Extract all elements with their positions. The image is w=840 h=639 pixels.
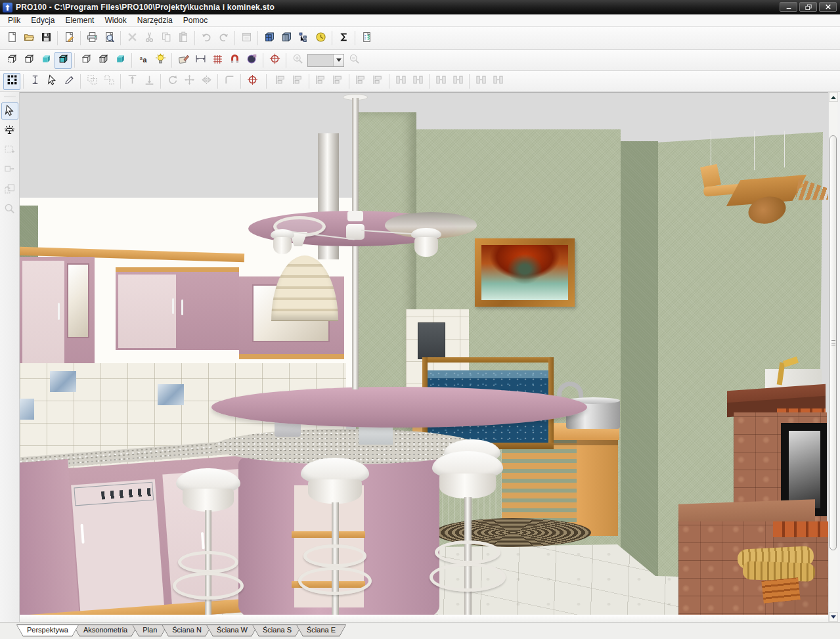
view-draft-button[interactable]: [77, 52, 95, 69]
upper-cabinet-tall[interactable]: [20, 257, 95, 376]
vertical-scrollbar[interactable]: [828, 92, 837, 622]
fireplace[interactable]: [699, 365, 828, 615]
toy-airplane[interactable]: [699, 155, 828, 229]
print-button[interactable]: [83, 30, 100, 47]
menu-widok[interactable]: Widok: [99, 14, 131, 26]
tab-label: Ściana N: [172, 626, 202, 634]
text-labels-button[interactable]: aa: [135, 52, 152, 69]
scroll-up-button[interactable]: [829, 92, 838, 102]
toolbar-separator: [429, 74, 430, 89]
tab-sciana-n[interactable]: Ściana N: [162, 625, 212, 636]
menu-narzedzia[interactable]: Narzędzia: [132, 14, 178, 26]
price-list-button[interactable]: [312, 30, 329, 47]
snap-magnet-button[interactable]: [226, 52, 243, 69]
selection-handles-button[interactable]: [3, 73, 20, 90]
tab-sciana-e[interactable]: Ściana E: [296, 625, 346, 636]
project-properties-button[interactable]: [60, 30, 77, 47]
zoom-combo-arrow[interactable]: [333, 55, 343, 66]
tab-label: Ściana W: [217, 626, 248, 634]
bar-top-oval[interactable]: [211, 387, 587, 428]
scroll-down-button[interactable]: [829, 612, 838, 622]
snap-3d-button[interactable]: [243, 52, 260, 69]
group-button: [83, 73, 100, 90]
menu-bar: PlikEdycjaElementWidokNarzędziaPomoc: [0, 14, 840, 27]
bar-stool[interactable]: [432, 451, 503, 615]
view-skeleton-icon: [7, 53, 18, 67]
new-project-button[interactable]: [3, 30, 20, 47]
zoom-in-button: [289, 52, 306, 69]
view-outline-button[interactable]: [20, 52, 37, 69]
title-bar[interactable]: PRO100 - C:\Program Files\PRO100\Projekt…: [0, 0, 840, 14]
view-draft-edges-button[interactable]: [95, 52, 112, 69]
new-element-tool-icon: [4, 144, 15, 158]
specification-icon: [361, 32, 372, 45]
close-icon: [825, 4, 831, 10]
bar-stool[interactable]: [176, 468, 240, 615]
materials-catalog-button[interactable]: [278, 30, 295, 47]
redo-icon: [218, 32, 229, 45]
deco-tile: [158, 384, 184, 405]
view-textures-button[interactable]: [112, 52, 129, 69]
open-project-button[interactable]: [20, 30, 37, 47]
print-preview-button[interactable]: [100, 30, 118, 47]
rotate-button: [164, 73, 181, 90]
group-icon: [87, 74, 98, 88]
calculation-button[interactable]: [335, 30, 352, 47]
window-title: PRO100 - C:\Program Files\PRO100\Projekt…: [16, 3, 275, 12]
grid-button[interactable]: [209, 52, 226, 69]
view-skeleton-button[interactable]: [3, 52, 20, 69]
mirror-object-icon: [201, 74, 212, 88]
furniture-catalog-button[interactable]: [261, 30, 278, 47]
pro100-window: PRO100 - C:\Program Files\PRO100\Projekt…: [0, 0, 840, 639]
ungroup-button: [100, 73, 118, 90]
tab-sciana-w[interactable]: Ściana W: [206, 625, 258, 636]
scene-vent-panel[interactable]: [418, 322, 445, 359]
toolbar-separator: [80, 74, 81, 89]
toolbar-separator: [309, 74, 309, 89]
print-preview-icon: [104, 32, 115, 45]
toolbar-separator: [194, 31, 195, 45]
fireplace-kindling: [761, 577, 800, 604]
toolbar-separator: [171, 53, 172, 68]
tab-aksonometria[interactable]: Aksonometria: [73, 625, 138, 636]
pointer-edit-button[interactable]: [43, 73, 60, 90]
specification-button[interactable]: [358, 30, 375, 47]
scrollbar-thumb[interactable]: [829, 135, 837, 550]
menu-element[interactable]: Element: [60, 14, 99, 26]
toolbar-standard: [0, 27, 840, 50]
close-button[interactable]: [819, 2, 837, 12]
draw-contour-button[interactable]: [60, 73, 77, 90]
upper-cabinet-mid[interactable]: [116, 267, 239, 350]
material-textures-button[interactable]: [175, 52, 192, 69]
menu-plik[interactable]: Plik: [3, 14, 26, 26]
dimensions-button[interactable]: [192, 52, 209, 69]
distribute-left-icon: [395, 74, 407, 88]
view-colors-button[interactable]: [37, 52, 55, 69]
toolbar-separator: [57, 31, 58, 45]
dimension-tool-button[interactable]: [26, 73, 43, 90]
menu-edycja[interactable]: Edycja: [26, 14, 60, 26]
view-colors-edges-button[interactable]: [55, 52, 72, 69]
restore-button[interactable]: [799, 2, 817, 12]
center-view-button[interactable]: [266, 52, 283, 69]
move-element-tool-button: [1, 162, 18, 179]
tab-perspektywa[interactable]: Perspektywa: [16, 625, 79, 636]
bar-stool[interactable]: [301, 458, 369, 615]
lighting-button[interactable]: [152, 52, 169, 69]
sidebar-grip[interactable]: [4, 96, 16, 97]
target-center-button[interactable]: [244, 73, 261, 90]
viewport-3d[interactable]: [20, 93, 828, 615]
menu-pomoc[interactable]: Pomoc: [178, 14, 213, 26]
project-structure-button[interactable]: [295, 30, 312, 47]
view-tab-bar: PerspektywaAksonometriaPlanŚciana NŚcian…: [0, 622, 840, 639]
light-tool-button[interactable]: [1, 122, 18, 139]
select-tool-button[interactable]: [1, 102, 18, 120]
minimize-button[interactable]: [780, 2, 797, 12]
zoom-combo[interactable]: [307, 54, 344, 67]
view-textures-icon: [115, 53, 126, 67]
undo-button: [198, 30, 215, 47]
save-project-button[interactable]: [37, 30, 55, 47]
wall-picture[interactable]: [475, 238, 575, 307]
tab-sciana-s[interactable]: Ściana S: [252, 625, 302, 636]
toolbar-view: aa: [0, 50, 840, 71]
